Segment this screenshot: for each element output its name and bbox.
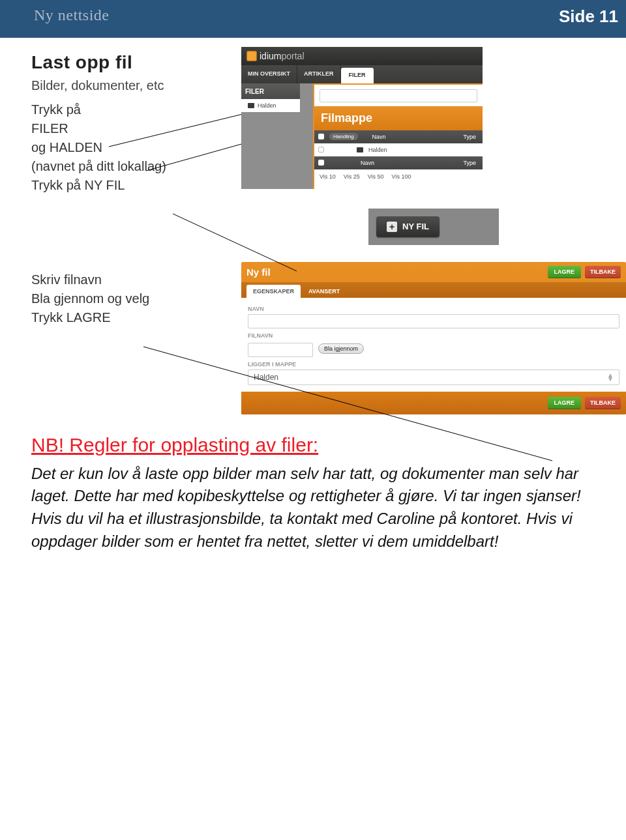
screenshots-column: idiumportal MIN OVERSIKT ARTIKLER FILER … [241,38,626,414]
folder-icon [248,103,254,108]
row-checkbox[interactable] [318,147,324,152]
col-type: Type [463,134,476,140]
portal-logo-icon [246,51,257,61]
form-title: Ny fil [246,267,271,278]
instruction-step: Skriv filnavn [31,272,235,287]
pager-50[interactable]: Vis 50 [368,173,384,180]
instructions-column: Last opp fil Bilder, dokumenter, etc Try… [0,38,241,414]
page-header: Ny nettside Side 11 [0,0,626,38]
navn-input[interactable] [248,314,619,328]
tilbake-button[interactable]: TILBAKE [585,397,621,409]
filnavn-input[interactable] [248,343,313,357]
tab-egenskaper[interactable]: EGENSKAPER [246,285,301,298]
rules-body: Det er kun lov å laste opp bilder man se… [31,463,595,553]
folder-heading: Filmappe [314,106,483,130]
label-navn: NAVN [248,306,619,312]
lagre-button[interactable]: LAGRE [548,397,582,409]
content-frame: Filmappe Handling Navn Type [313,83,483,189]
table-row[interactable]: Halden [314,143,483,156]
col-handling: Handling [329,133,358,140]
menu-artikler[interactable]: ARTIKLER [297,65,341,83]
instruction-step: Bla gjennom og velg [31,291,235,306]
select-all-checkbox[interactable] [318,160,324,166]
col-navn: Navn [372,134,386,140]
instruction-step: FILER [31,121,235,136]
rules-heading: NB! Regler for opplasting av filer: [31,434,595,456]
table-header: Navn Type [314,156,483,169]
menu-filer[interactable]: FILER [341,68,374,83]
brand-name: idium [260,51,281,61]
pager: Vis 10 Vis 25 Vis 50 Vis 100 [314,169,483,184]
bla-gjennom-button[interactable]: Bla igjennom [318,343,364,354]
ny-fil-button[interactable]: + NY FIL [376,216,440,237]
brand-suffix: portal [281,51,304,61]
nyfil-form-panel: Ny fil LAGRE TILBAKE EGENSKAPER AVANSERT… [241,262,626,414]
mappe-select[interactable]: Halden ▲▼ [248,369,619,385]
instruction-step: (navnet på ditt lokallag) [31,159,235,174]
form-body: NAVN FILNAVN Bla igjennom LIGGER I MAPPE… [241,298,626,392]
tab-avansert[interactable]: AVANSERT [302,285,346,298]
pager-100[interactable]: Vis 100 [392,173,411,180]
header-right: Side 11 [559,7,618,27]
portal-brand-bar: idiumportal [241,47,483,65]
col-type: Type [463,160,476,166]
select-all-checkbox[interactable] [318,134,324,139]
table-header: Handling Navn Type [314,130,483,143]
rules-section: NB! Regler for opplasting av filer: Det … [0,414,626,579]
search-input[interactable] [320,89,477,102]
instruction-title: Last opp fil [31,52,235,73]
header-left: Ny nettside [34,7,109,24]
plus-icon: + [387,222,397,232]
form-tabs: EGENSKAPER AVANSERT [241,282,626,298]
label-filnavn: FILNAVN [248,332,619,339]
instruction-step: og HALDEN [31,140,235,155]
folder-icon [357,147,363,152]
nyfil-crop: + NY FIL [368,209,499,245]
chevron-updown-icon: ▲▼ [607,373,614,381]
instruction-subtitle: Bilder, dokumenter, etc [31,78,235,93]
instruction-step: Trykk på [31,102,235,117]
row-name: Halden [368,147,387,153]
portal-menu: MIN OVERSIKT ARTIKLER FILER [241,65,483,83]
label-mappe: LIGGER I MAPPE [248,361,619,368]
tilbake-button[interactable]: TILBAKE [585,266,621,278]
menu-oversikt[interactable]: MIN OVERSIKT [241,65,297,83]
sidebar-folder[interactable]: Halden [241,99,300,112]
sidebar-header: FILER [241,83,300,99]
pager-10[interactable]: Vis 10 [320,173,336,180]
col-navn: Navn [361,160,374,166]
portal-screenshot: idiumportal MIN OVERSIKT ARTIKLER FILER … [241,47,483,189]
instruction-step: Trykk på NY FIL [31,178,235,193]
lagre-button[interactable]: LAGRE [548,266,582,278]
instruction-step: Trykk LAGRE [31,310,235,325]
pager-25[interactable]: Vis 25 [344,173,360,180]
